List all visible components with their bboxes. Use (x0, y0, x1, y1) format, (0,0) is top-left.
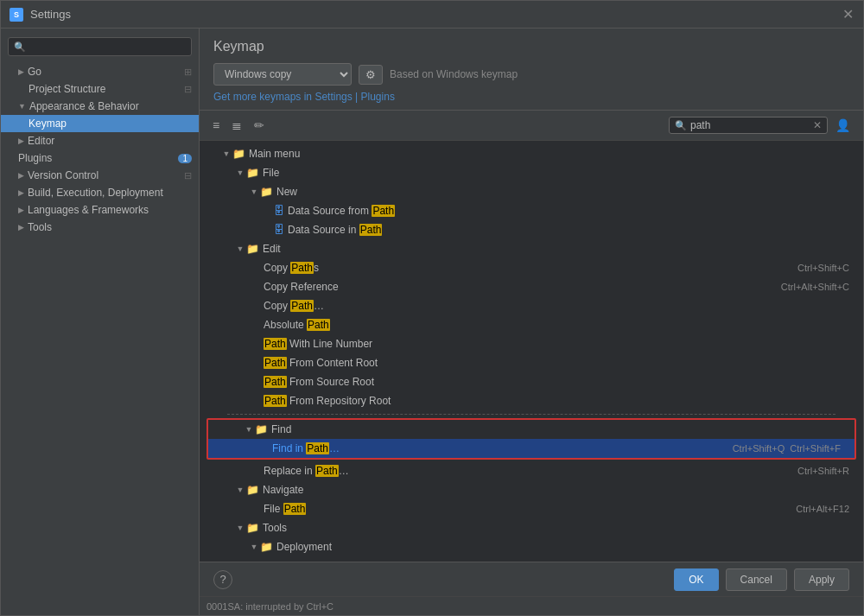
tree-row[interactable]: ▼ 📁 File (200, 163, 863, 182)
sidebar-item-label: Version Control (28, 169, 98, 181)
keymap-toolbar: ≡ ≣ ✏ 🔍 ✕ 👤 (200, 111, 863, 141)
tree-label: Path From Content Root (264, 357, 378, 369)
tree-row[interactable]: Path From Source Root (200, 372, 863, 391)
tree-row[interactable]: Path From Content Root (200, 353, 863, 372)
sidebar-item-label: Project Structure (29, 83, 105, 95)
project-icon: ⊟ (184, 84, 192, 95)
tree-label: Copy Reference (264, 281, 339, 293)
sidebar-search-box[interactable]: 🔍 (8, 37, 192, 56)
tree-label: Find in Path… (272, 442, 340, 454)
tree-row[interactable]: ▼ 📁 Deployment (200, 537, 863, 556)
sidebar-item-tools[interactable]: ▶ Tools (1, 219, 199, 236)
tree-row[interactable]: Copy Paths Ctrl+Shift+C (200, 258, 863, 277)
highlight: Path (307, 319, 330, 331)
plugins-badge: 1 (178, 154, 192, 163)
sidebar-item-go[interactable]: ▶ Go ⊞ (1, 63, 199, 80)
tree-label: Deployment (276, 541, 332, 553)
highlight: Path (359, 224, 383, 236)
footer-left: ? (213, 570, 232, 589)
search-filter: 🔍 ✕ (669, 117, 828, 134)
clear-search-button[interactable]: ✕ (813, 119, 822, 131)
expand-arrow: ▶ (18, 171, 24, 180)
tree-label: Replace in Path… (264, 465, 349, 477)
db-icon: 🗄 (274, 224, 284, 236)
close-button[interactable]: ✕ (841, 8, 854, 22)
tree-row[interactable]: Find in Path… Ctrl+Shift+Q Ctrl+Shift+F (208, 439, 854, 458)
sidebar-item-languages-frameworks[interactable]: ▶ Languages & Frameworks (1, 201, 199, 219)
sidebar-item-editor[interactable]: ▶ Editor (1, 132, 199, 149)
highlight: Path (264, 395, 287, 407)
highlight: Path (306, 442, 329, 454)
sidebar-item-project-structure[interactable]: Project Structure ⊟ (1, 80, 199, 98)
tree-row[interactable]: 🗄 Data Source in Path (200, 220, 863, 239)
tree-row[interactable]: Copy Reference Ctrl+Alt+Shift+C (200, 277, 863, 296)
tree-row[interactable]: ▼ 📁 New (200, 182, 863, 201)
keymap-tree[interactable]: ▼ 📁 Main menu ▼ 📁 File ▼ 📁 New (200, 141, 863, 562)
shortcut-label: Ctrl+Alt+F12 (796, 504, 856, 514)
tree-row[interactable]: ▼ 📁 Main menu (200, 144, 863, 163)
shortcut-label: Ctrl+Shift+R (797, 466, 856, 476)
sidebar-item-build-execution[interactable]: ▶ Build, Execution, Deployment (1, 184, 199, 201)
tree-row[interactable]: Replace in Path… Ctrl+Shift+R (200, 461, 863, 480)
sidebar-search-input[interactable] (29, 41, 186, 53)
sidebar-item-appearance-behavior[interactable]: ▼ Appearance & Behavior (1, 98, 199, 115)
sidebar-item-plugins[interactable]: Plugins 1 (1, 149, 199, 167)
tree-label: Absolute Path (264, 319, 330, 331)
tree-row[interactable]: ▼ 📁 Edit (200, 239, 863, 258)
tree-row[interactable]: Copy Path… (200, 296, 863, 315)
tree-row[interactable]: Absolute Path (200, 315, 863, 334)
status-bar: 0001SA: interrupted by Ctrl+C (200, 596, 863, 615)
folder-icon: 📁 (255, 423, 268, 435)
folder-icon: 📁 (246, 243, 259, 255)
tree-label: Find (271, 423, 291, 435)
expand-arrow: ▶ (18, 188, 24, 197)
app-icon: S (10, 8, 23, 22)
gear-button[interactable]: ⚙ (359, 65, 383, 85)
sidebar-item-label: Editor (28, 135, 54, 147)
tree-row[interactable]: ▼ 📁 Find (208, 420, 854, 439)
shortcut-label: Ctrl+Shift+Q Ctrl+Shift+F (733, 443, 848, 454)
tree-label: Data Source in Path (288, 224, 382, 236)
tree-label: Path With Line Number (264, 338, 372, 350)
edit-button[interactable]: ✏ (250, 116, 269, 135)
expand-icon: ▼ (234, 244, 246, 253)
tree-row[interactable]: ▼ 📁 Tools (200, 518, 863, 537)
expand-all-button[interactable]: ≣ (227, 116, 246, 135)
tree-row[interactable]: Path With Line Number (200, 334, 863, 353)
collapse-all-button[interactable]: ≡ (208, 116, 224, 135)
cancel-button[interactable]: Cancel (726, 568, 787, 591)
apply-button[interactable]: Apply (794, 568, 849, 591)
folder-icon: 📁 (260, 541, 273, 553)
based-on-label: Based on Windows keymap (390, 68, 518, 80)
db-icon: 🗄 (274, 205, 284, 217)
tree-label: Path From Source Root (264, 376, 374, 388)
keymap-header: Keymap Windows copy ⚙ Based on Windows k… (200, 29, 863, 111)
keymap-preset-select[interactable]: Windows copy (213, 63, 352, 86)
keymap-controls: Windows copy ⚙ Based on Windows keymap (213, 63, 849, 86)
expand-arrow: ▶ (18, 137, 24, 145)
user-icon-button[interactable]: 👤 (831, 116, 854, 135)
tree-row[interactable]: ▼ 📁 Navigate (200, 480, 863, 499)
tree-label: Tools (263, 522, 287, 534)
tree-label: Main menu (249, 148, 300, 160)
sidebar-item-label: Keymap (29, 117, 67, 130)
sidebar-item-keymap[interactable]: Keymap (1, 115, 199, 132)
footer: ? OK Cancel Apply (200, 562, 863, 596)
folder-icon: 📁 (246, 167, 259, 179)
tree-row[interactable]: Path From Repository Root (200, 391, 863, 410)
sidebar-item-version-control[interactable]: ▶ Version Control ⊟ (1, 167, 199, 184)
footer-right: OK Cancel Apply (674, 568, 849, 591)
keymaps-link[interactable]: Get more keymaps in Settings | Plugins (213, 91, 849, 103)
expand-arrow: ▶ (18, 223, 24, 232)
ok-button[interactable]: OK (674, 568, 718, 591)
title-bar: S Settings ✕ (1, 1, 863, 29)
tree-row[interactable]: 🗄 Data Source from Path (200, 201, 863, 220)
tree-row[interactable]: Configuration… (200, 556, 863, 562)
sidebar-item-label: Build, Execution, Deployment (28, 187, 163, 199)
shortcut-label: Ctrl+Alt+Shift+C (781, 282, 856, 292)
help-button[interactable]: ? (213, 570, 232, 589)
tree-row[interactable]: File Path Ctrl+Alt+F12 (200, 499, 863, 518)
keymap-search-input[interactable] (690, 119, 811, 131)
tree-label: Copy Path… (264, 300, 324, 312)
highlight: Path (372, 205, 395, 217)
